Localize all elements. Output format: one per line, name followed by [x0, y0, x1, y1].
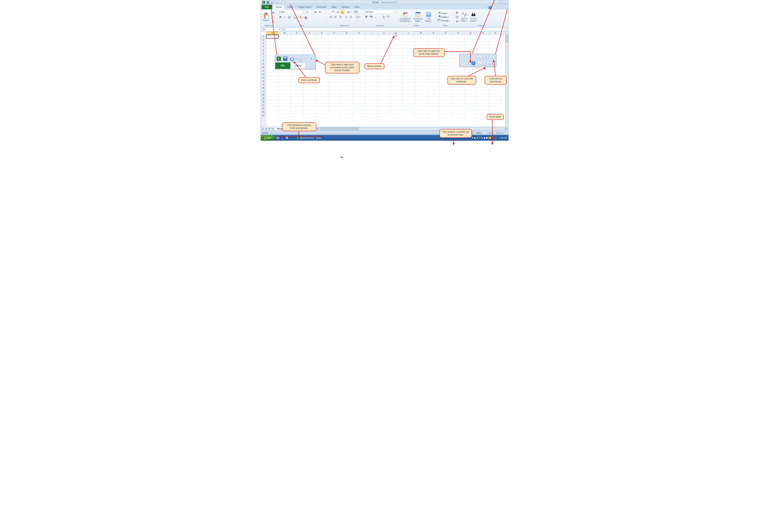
grow-font-icon[interactable]: A▴	[313, 10, 318, 14]
cell-J21[interactable]	[378, 104, 390, 107]
cell-M8[interactable]	[415, 59, 427, 62]
cell-Q4[interactable]	[465, 45, 477, 49]
cell-H15[interactable]	[353, 83, 365, 86]
cell-I16[interactable]	[365, 86, 378, 90]
cell-E24[interactable]	[316, 114, 328, 117]
cell-B15[interactable]	[278, 83, 291, 86]
fill-icon[interactable]	[455, 15, 460, 19]
cell-M21[interactable]	[415, 104, 427, 107]
help-icon[interactable]: ?	[489, 6, 492, 9]
cell-M10[interactable]	[415, 66, 427, 69]
cell-R16[interactable]	[477, 86, 489, 90]
cell-I19[interactable]	[365, 97, 378, 100]
system-tray[interactable]: ⚑ ◉ ⊕ ✕ ⚙ ▣ ⬢ 📶 🛡 🔊 1:39 PM	[470, 136, 509, 140]
align-right-icon[interactable]	[338, 15, 342, 19]
cell-H16[interactable]	[353, 86, 365, 90]
cell-S17[interactable]	[489, 90, 502, 93]
cell-B18[interactable]	[278, 93, 291, 97]
cell-B1[interactable]	[278, 35, 291, 38]
cell-A13[interactable]	[266, 76, 278, 79]
cell-R11[interactable]	[477, 69, 489, 73]
customize-qat-icon[interactable]: ▾	[283, 1, 287, 4]
cell-H2[interactable]	[353, 38, 365, 42]
tray-icon[interactable]: ◉	[474, 137, 476, 139]
formula-input[interactable]	[286, 27, 505, 31]
wb-close-button[interactable]: ✕	[502, 6, 506, 9]
cell-D15[interactable]	[303, 83, 316, 86]
cell-O11[interactable]	[440, 69, 452, 73]
zoom-in-button[interactable]: +	[504, 131, 507, 135]
cell-I15[interactable]	[365, 83, 378, 86]
cell-D17[interactable]	[303, 90, 316, 93]
cell-E21[interactable]	[316, 104, 328, 107]
cell-K15[interactable]	[390, 83, 403, 86]
cell-N14[interactable]	[427, 79, 440, 83]
cell-C21[interactable]	[291, 104, 303, 107]
cell-K12[interactable]	[390, 73, 403, 76]
name-box[interactable]: A1	[261, 27, 281, 31]
merge-center-icon[interactable]	[356, 15, 360, 19]
cell-L4[interactable]	[403, 45, 415, 49]
cell-O22[interactable]	[440, 107, 452, 110]
cell-C2[interactable]	[291, 38, 303, 42]
cell-E6[interactable]	[316, 52, 328, 55]
cell-Q5[interactable]	[465, 49, 477, 52]
cell-B13[interactable]	[278, 76, 291, 79]
cell-B2[interactable]	[278, 38, 291, 42]
cell-D19[interactable]	[303, 97, 316, 100]
cell-P18[interactable]	[452, 93, 465, 97]
bold-button[interactable]: B	[278, 15, 282, 19]
cell-H22[interactable]	[353, 107, 365, 110]
cell-O21[interactable]	[440, 104, 452, 107]
row-header-23[interactable]: 23	[261, 110, 266, 114]
cell-I8[interactable]	[365, 59, 378, 62]
cell-J3[interactable]	[378, 42, 390, 45]
cell-Q19[interactable]	[465, 97, 477, 100]
cell-G13[interactable]	[340, 76, 353, 79]
cell-F20[interactable]	[328, 100, 340, 104]
col-header-B[interactable]: B	[278, 31, 291, 35]
cell-G23[interactable]	[340, 110, 353, 114]
cell-J19[interactable]	[378, 97, 390, 100]
zoom-slider[interactable]	[487, 132, 503, 133]
tray-icon[interactable]: ▣	[484, 137, 486, 139]
align-center-icon[interactable]	[333, 15, 338, 19]
cell-M1[interactable]	[415, 35, 427, 38]
cell-S23[interactable]	[489, 110, 502, 114]
find-select-button[interactable]: Find & Select	[469, 12, 478, 22]
cell-N12[interactable]	[427, 73, 440, 76]
cell-A19[interactable]	[266, 97, 278, 100]
minimize-button[interactable]: —	[494, 1, 499, 4]
cell-S3[interactable]	[489, 42, 502, 45]
cell-D2[interactable]	[303, 38, 316, 42]
sort-filter-button[interactable]: AZ Sort & Filter	[460, 12, 468, 22]
cell-L9[interactable]	[403, 62, 415, 66]
col-header-I[interactable]: I	[365, 31, 378, 35]
cell-F22[interactable]	[328, 107, 340, 110]
sheet-nav-next[interactable]: ▶	[268, 128, 271, 130]
cell-C20[interactable]	[291, 100, 303, 104]
row-header-9[interactable]: 9	[261, 62, 266, 66]
col-header-C[interactable]: C	[291, 31, 303, 35]
wb-restore-button[interactable]: ❐	[497, 6, 501, 9]
row-header-17[interactable]: 17	[261, 90, 266, 93]
cell-L23[interactable]	[403, 110, 415, 114]
cell-I13[interactable]	[365, 76, 378, 79]
cell-J12[interactable]	[378, 73, 390, 76]
cell-I6[interactable]	[365, 52, 378, 55]
tab-data[interactable]: Data	[329, 5, 339, 9]
cell-R4[interactable]	[477, 45, 489, 49]
cell-O20[interactable]	[440, 100, 452, 104]
cell-K23[interactable]	[390, 110, 403, 114]
cell-L24[interactable]	[403, 114, 415, 117]
cell-K3[interactable]	[390, 42, 403, 45]
cell-F13[interactable]	[328, 76, 340, 79]
cell-N3[interactable]	[427, 42, 440, 45]
cell-B3[interactable]	[278, 42, 291, 45]
cell-A17[interactable]	[266, 90, 278, 93]
cell-K14[interactable]	[390, 79, 403, 83]
cell-E17[interactable]	[316, 90, 328, 93]
cell-L14[interactable]	[403, 79, 415, 83]
orientation-icon[interactable]: ab	[346, 10, 351, 14]
cell-O3[interactable]	[440, 42, 452, 45]
